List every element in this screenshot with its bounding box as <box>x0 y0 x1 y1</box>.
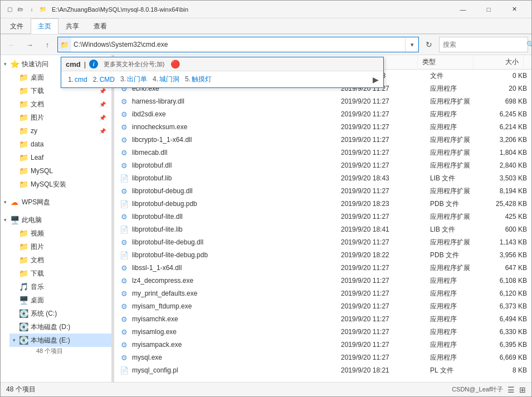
sidebar-thispc-header[interactable]: ▾ 🖥️ 此电脑 <box>1 213 111 227</box>
search-input[interactable] <box>443 41 526 48</box>
file-icon: ⚙ <box>119 185 130 197</box>
suggestion-5[interactable]: 5.触摸灯 <box>183 73 214 85</box>
dl-label: 下载 <box>31 269 107 278</box>
table-row[interactable]: ⚙ my_print_defaults.exe 2019/9/20 11:27 … <box>114 287 531 300</box>
table-row[interactable]: 📄 libprotobuf-lite.lib 2019/9/20 18:41 L… <box>114 223 531 236</box>
music-expand <box>9 282 18 291</box>
pics-icon: 📁 <box>18 242 28 252</box>
file-type: 应用程序 <box>426 315 481 324</box>
autocomplete-hint: 更多英文补全(分号;加) <box>104 60 164 68</box>
drive-d-expand <box>9 322 18 331</box>
file-size: 6,245 KB <box>481 110 531 118</box>
title-path: E:\AnZhuangBao\MySQL\mysql-8.0.18-winx64… <box>52 6 450 13</box>
sidebar-item-music[interactable]: 🎵 音乐 <box>9 280 111 293</box>
file-name: libmecab.dll <box>130 149 336 156</box>
file-type: LIB 文件 <box>426 174 481 183</box>
sidebar-item-dl[interactable]: 📁 下载 <box>9 267 111 280</box>
table-row[interactable]: ⚙ myisamchk.exe 2019/9/20 11:27 应用程序 6,4… <box>114 313 531 326</box>
col-header-size[interactable]: 大小 <box>474 55 524 69</box>
file-icon: 📄 <box>119 198 130 209</box>
view-icon-grid[interactable]: ⊞ <box>519 385 526 394</box>
tab-view[interactable]: 查看 <box>86 18 114 34</box>
drive-d-icon: 💽 <box>18 322 28 332</box>
address-input[interactable] <box>71 40 405 50</box>
drive-e-label: 本地磁盘 (E:) <box>31 336 107 345</box>
file-name: libssl-1_1-x64.dll <box>130 264 336 272</box>
table-row[interactable]: ⚙ libssl-1_1-x64.dll 2019/9/20 11:27 应用程… <box>114 262 531 275</box>
table-row[interactable]: ⚙ myisam_ftdump.exe 2019/9/20 11:27 应用程序… <box>114 300 531 313</box>
table-row[interactable]: ⚙ libprotobuf-lite-debug.dll 2019/9/20 1… <box>114 236 531 249</box>
sidebar-item-zy[interactable]: 📁 zy 📌 <box>9 124 111 138</box>
file-name: libprotobuf-debug.pdb <box>130 200 336 208</box>
table-row[interactable]: ⚙ myisamlog.exe 2019/9/20 11:27 应用程序 6,3… <box>114 326 531 339</box>
tab-home[interactable]: 主页 <box>31 18 58 34</box>
suggestion-3[interactable]: 3.出门单 <box>118 73 149 85</box>
desktop-expand <box>9 73 18 82</box>
sidebar-item-pictures[interactable]: 📁 图片 📌 <box>9 111 111 124</box>
maximize-button[interactable]: □ <box>476 1 501 18</box>
table-row[interactable]: ⚙ libmecab.dll 2019/9/20 11:27 应用程序扩展 1,… <box>114 146 531 159</box>
mysql-install-label: MySQL安装 <box>31 180 107 189</box>
tab-file[interactable]: 文件 <box>3 18 31 34</box>
table-row[interactable]: ⚙ mysql.exe 2019/9/20 11:27 应用程序 6,669 K… <box>114 351 531 364</box>
file-name: libprotobuf-lite.lib <box>130 226 336 233</box>
table-row[interactable]: 📄 mysql_config.pl 2019/9/20 18:21 PL 文件 … <box>114 364 531 377</box>
sidebar-item-docs[interactable]: 📁 文档 <box>9 253 111 267</box>
sidebar-item-deskpc[interactable]: 🖥️ 桌面 <box>9 293 111 307</box>
autocomplete-hint-arrow: 🔴 <box>170 60 180 68</box>
back-button[interactable]: ← <box>4 37 19 52</box>
col-header-type[interactable]: 类型 <box>418 55 474 69</box>
table-row[interactable]: ⚙ libcrypto-1_1-x64.dll 2019/9/20 11:27 … <box>114 134 531 146</box>
minimize-button[interactable]: — <box>450 1 476 18</box>
sidebar-item-pics[interactable]: 📁 图片 <box>9 240 111 253</box>
table-row[interactable]: ⚙ ibd2sdi.exe 2019/9/20 11:27 应用程序 6,245… <box>114 108 531 121</box>
file-size: 6,214 KB <box>481 123 531 131</box>
table-row[interactable]: 📄 libprotobuf-debug.pdb 2019/9/20 18:23 … <box>114 198 531 210</box>
table-row[interactable]: ⚙ harness-library.dll 2019/9/20 11:27 应用… <box>114 95 531 108</box>
suggestion-4[interactable]: 4.城门洞 <box>150 73 182 85</box>
file-type: 应用程序扩展 <box>426 187 481 196</box>
file-name: myisam_ftdump.exe <box>130 302 336 310</box>
sidebar-item-mysql[interactable]: 📁 MySQL <box>9 164 111 178</box>
sidebar-item-mysql-install[interactable]: 📁 MySQL安装 <box>9 178 111 191</box>
data-label: data <box>31 140 107 148</box>
wps-icon: ☁ <box>9 197 19 207</box>
table-row[interactable]: ⚙ innochecksum.exe 2019/9/20 11:27 应用程序 … <box>114 121 531 134</box>
sidebar-wps-header[interactable]: ▾ ☁ WPS网盘 <box>1 195 111 209</box>
view-icon-list[interactable]: ☰ <box>507 385 515 394</box>
sidebar-item-drive-e[interactable]: ▾ 💽 本地磁盘 (E:) <box>9 334 111 347</box>
file-name: my_print_defaults.exe <box>130 290 336 297</box>
sidebar-item-drive-d[interactable]: 💽 本地磁盘 (D:) <box>9 320 111 334</box>
table-row[interactable]: 📄 libprotobuf-lite-debug.pdb 2019/9/20 1… <box>114 249 531 262</box>
pictures-label: 图片 <box>31 113 98 122</box>
suggestion-arrow[interactable]: ▶ <box>373 75 379 84</box>
refresh-button[interactable]: ↻ <box>421 37 437 52</box>
suggestion-2[interactable]: 2.CMD <box>91 75 117 85</box>
file-icon: ⚙ <box>119 96 130 107</box>
sidebar-item-drive-c[interactable]: 💽 系统 (C:) <box>9 307 111 320</box>
table-row[interactable]: ⚙ myisampack.exe 2019/9/20 11:27 应用程序 6,… <box>114 339 531 351</box>
address-bar[interactable]: 📁 ▾ <box>57 37 419 52</box>
suggestion-1[interactable]: 1.cmd <box>66 75 90 85</box>
close-button[interactable]: ✕ <box>501 1 527 18</box>
table-row[interactable]: ⚙ lz4_decompress.exe 2019/9/20 11:27 应用程… <box>114 275 531 287</box>
table-row[interactable]: ⚙ libprotobuf-lite.dll 2019/9/20 11:27 应… <box>114 210 531 223</box>
sidebar-item-data[interactable]: 📁 data <box>9 138 111 151</box>
file-date: 2019/9/20 11:27 <box>336 238 426 246</box>
sidebar-item-documents[interactable]: 📁 文档 📌 <box>9 97 111 111</box>
file-list: 📄 4uh 2022/6/6 10:48 文件 0 KB ⚙ echo.exe … <box>114 70 531 382</box>
address-dropdown-button[interactable]: ▾ <box>405 37 418 52</box>
documents-folder-icon: 📁 <box>18 99 28 109</box>
tab-share[interactable]: 共享 <box>58 18 86 34</box>
table-row[interactable]: ⚙ libprotobuf-debug.dll 2019/9/20 11:27 … <box>114 185 531 198</box>
table-row[interactable]: ⚙ libprotobuf.dll 2019/9/20 11:27 应用程序扩展… <box>114 159 531 172</box>
forward-button[interactable]: → <box>22 37 37 52</box>
sidebar-item-videos[interactable]: 📁 视频 <box>9 227 111 240</box>
up-button[interactable]: ↑ <box>40 37 55 52</box>
file-date: 2019/9/20 11:27 <box>336 97 426 105</box>
table-row[interactable]: 📄 libprotobuf.lib 2019/9/20 18:43 LIB 文件… <box>114 172 531 185</box>
file-type: 应用程序 <box>426 327 481 337</box>
sidebar-item-leaf[interactable]: 📁 Leaf <box>9 151 111 164</box>
window-icon-3: ↓ <box>27 5 36 14</box>
search-bar[interactable]: 🔍 <box>439 37 528 52</box>
